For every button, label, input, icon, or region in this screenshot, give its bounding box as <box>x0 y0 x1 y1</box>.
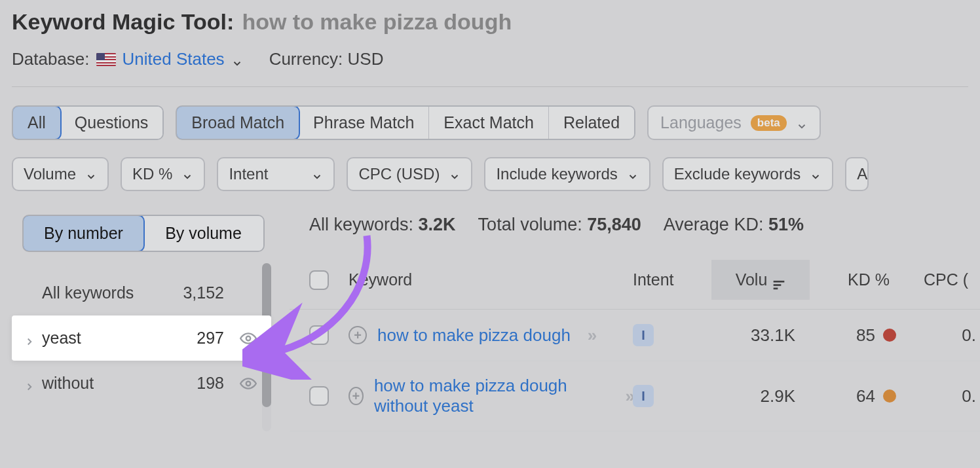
page-title-row: Keyword Magic Tool: how to make pizza do… <box>12 9 968 35</box>
stat-kd-value: 51% <box>768 215 804 234</box>
sort-by-volume[interactable]: By volume <box>143 216 263 251</box>
keyword-cell: + how to make pizza dough without yeast … <box>349 376 633 416</box>
query-text: how to make pizza dough <box>242 9 512 35</box>
group-all-keywords[interactable]: All keywords 3,152 <box>12 270 271 315</box>
summary-stats: All keywords: 3.2K Total volume: 75,840 … <box>290 211 980 251</box>
filter-exclude-keywords[interactable]: Exclude keywords <box>662 157 833 191</box>
intent-badge: I <box>633 385 654 407</box>
languages-dropdown[interactable]: Languages beta <box>647 105 821 140</box>
filter-cutoff[interactable]: A <box>845 157 869 191</box>
chevron-right-icon <box>24 378 35 389</box>
filter-kd[interactable]: KD % <box>121 157 205 191</box>
chevron-down-icon <box>627 168 639 180</box>
tab-related[interactable]: Related <box>549 107 634 139</box>
col-kd[interactable]: KD % <box>810 270 901 289</box>
group-without[interactable]: without 198 <box>12 361 271 406</box>
row-checkbox[interactable] <box>309 386 329 406</box>
currency-label: Currency: <box>269 49 343 69</box>
svg-rect-4 <box>774 287 778 289</box>
filter-intent-label: Intent <box>229 165 268 183</box>
group-all-count: 3,152 <box>183 283 224 302</box>
eye-icon[interactable] <box>240 375 257 392</box>
kd-cell: 85 <box>810 325 901 346</box>
col-volume[interactable]: Volu <box>711 260 810 300</box>
table-header: Keyword Intent Volu KD % CPC ( <box>290 251 980 310</box>
stat-vol-value: 75,840 <box>587 215 641 234</box>
group-count: 198 <box>197 374 224 393</box>
filter-kd-label: KD % <box>132 165 172 183</box>
select-all-checkbox[interactable] <box>309 270 329 290</box>
sort-segment: By number By volume <box>22 215 265 252</box>
tab-questions[interactable]: Questions <box>60 107 163 139</box>
group-label: yeast <box>42 329 81 348</box>
col-volume-label: Volu <box>736 270 768 289</box>
type-segment: All Questions <box>12 105 164 140</box>
chevron-right-icon <box>24 333 35 344</box>
svg-point-0 <box>246 336 251 340</box>
cpc-cell: 0. <box>901 325 980 346</box>
add-keyword-icon[interactable]: + <box>349 326 367 344</box>
volume-cell: 2.9K <box>711 386 810 406</box>
kd-cell: 64 <box>810 386 901 406</box>
results-panel: All keywords: 3.2K Total volume: 75,840 … <box>290 211 980 431</box>
tab-exact-match[interactable]: Exact Match <box>429 107 549 139</box>
match-segment: Broad Match Phrase Match Exact Match Rel… <box>176 105 635 140</box>
languages-label: Languages <box>660 113 742 132</box>
table-row: + how to make pizza dough without yeast … <box>290 361 980 431</box>
group-all-label: All keywords <box>42 283 134 302</box>
filter-volume[interactable]: Volume <box>12 157 109 191</box>
beta-badge: beta <box>751 115 787 131</box>
col-intent[interactable]: Intent <box>633 270 711 289</box>
chevron-down-icon <box>181 168 193 180</box>
group-label: without <box>42 374 94 393</box>
main-content: By number By volume All keywords 3,152 y… <box>0 191 980 431</box>
table-row: + how to make pizza dough » I 33.1K 85 0… <box>290 310 980 361</box>
keyword-cell: + how to make pizza dough » <box>349 325 633 346</box>
chevron-down-icon <box>85 168 97 180</box>
col-cpc[interactable]: CPC ( <box>901 270 980 289</box>
cpc-cell: 0. <box>901 386 980 406</box>
database-selector[interactable]: Database: United States <box>12 49 243 69</box>
filter-cpc[interactable]: CPC (USD) <box>347 157 472 191</box>
filters-area: All Questions Broad Match Phrase Match E… <box>0 87 980 191</box>
currency-display: Currency: USD <box>269 49 384 69</box>
svg-rect-2 <box>774 280 785 282</box>
tab-all[interactable]: All <box>12 105 62 140</box>
expand-serp-icon[interactable]: » <box>626 386 633 406</box>
keyword-link[interactable]: how to make pizza dough <box>377 325 571 346</box>
tab-broad-match[interactable]: Broad Match <box>176 105 300 140</box>
filter-include-label: Include keywords <box>496 165 617 183</box>
stat-vol-label: Total volume: <box>478 215 582 234</box>
sort-by-number[interactable]: By number <box>22 215 145 252</box>
row-checkbox[interactable] <box>309 325 329 345</box>
filter-volume-label: Volume <box>24 165 76 183</box>
filter-cpc-label: CPC (USD) <box>358 165 440 183</box>
svg-rect-3 <box>774 284 782 286</box>
keyword-link[interactable]: how to make pizza dough without yeast <box>374 376 609 416</box>
currency-value: USD <box>348 49 384 69</box>
kd-dot-icon <box>883 389 896 403</box>
chevron-down-icon <box>449 168 461 180</box>
filter-include-keywords[interactable]: Include keywords <box>484 157 650 191</box>
group-count: 297 <box>197 329 224 348</box>
group-yeast[interactable]: yeast 297 <box>12 315 271 361</box>
kd-dot-icon <box>883 329 896 342</box>
expand-serp-icon[interactable]: » <box>588 325 595 346</box>
tab-phrase-match[interactable]: Phrase Match <box>299 107 429 139</box>
col-keyword[interactable]: Keyword <box>349 270 633 289</box>
eye-icon[interactable] <box>240 330 257 347</box>
add-keyword-icon[interactable]: + <box>349 387 364 405</box>
database-label: Database: <box>12 49 90 69</box>
chevron-down-icon <box>311 168 323 180</box>
stat-allkw-value: 3.2K <box>419 215 456 234</box>
filter-intent[interactable]: Intent <box>217 157 335 191</box>
page-header: Keyword Magic Tool: how to make pizza do… <box>0 0 980 87</box>
chevron-down-icon <box>231 54 243 65</box>
sort-desc-icon <box>772 275 785 285</box>
us-flag-icon <box>96 53 116 66</box>
tool-label: Keyword Magic Tool: <box>12 9 234 35</box>
volume-cell: 33.1K <box>711 325 810 346</box>
filter-exclude-label: Exclude keywords <box>674 165 801 183</box>
group-list: All keywords 3,152 yeast 297 without 198 <box>12 270 271 406</box>
keyword-groups-sidebar: By number By volume All keywords 3,152 y… <box>12 211 271 431</box>
